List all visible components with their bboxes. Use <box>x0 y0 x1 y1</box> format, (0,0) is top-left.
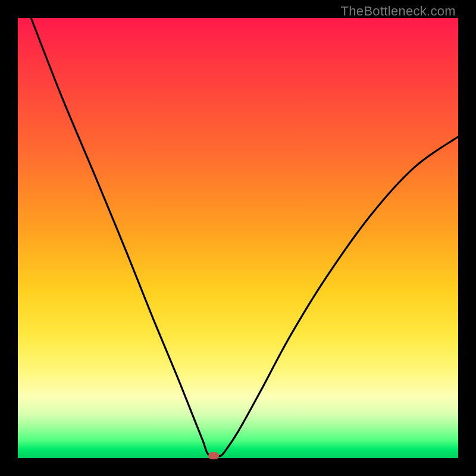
watermark-text: TheBottleneck.com <box>341 4 456 19</box>
chart-frame: TheBottleneck.com <box>0 0 476 476</box>
curve-path <box>31 18 458 456</box>
plot-area <box>18 18 458 458</box>
bottleneck-curve <box>18 18 458 458</box>
minimum-marker <box>208 452 219 459</box>
